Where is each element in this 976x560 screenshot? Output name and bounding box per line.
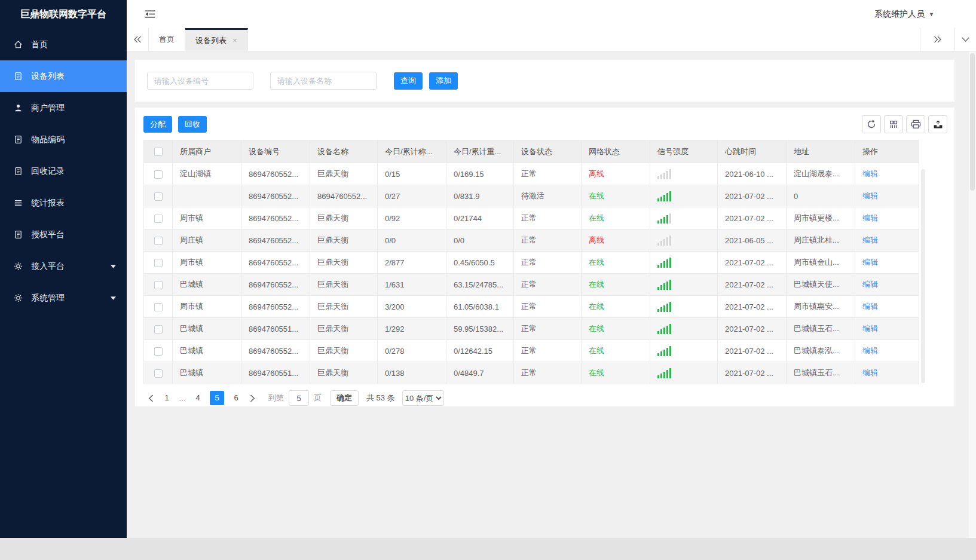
sidebar-item-system-mgmt[interactable]: 系统管理	[0, 282, 127, 314]
cell-device-status: 正常	[514, 207, 582, 229]
sidebar-item-label: 授权平台	[31, 229, 65, 240]
cell-device-status: 正常	[514, 362, 582, 384]
signal-bar	[660, 374, 662, 378]
signal-bar	[669, 235, 671, 246]
column-header: 心跳时间	[718, 140, 787, 163]
collapse-menu-icon[interactable]	[145, 10, 155, 19]
cell-address: 0	[787, 185, 855, 207]
row-checkbox[interactable]	[154, 281, 163, 289]
edit-link[interactable]: 编辑	[862, 368, 878, 377]
add-button[interactable]: 添加	[429, 72, 458, 90]
column-header: 信号强度	[650, 140, 718, 163]
cell-device-name: 巨鼎天衡	[310, 229, 378, 252]
signal-bar	[669, 213, 671, 224]
cell-device-no: 8694760551...	[241, 318, 310, 340]
device-name-input[interactable]	[270, 72, 377, 90]
confirm-page-button[interactable]: 确定	[330, 390, 359, 406]
sidebar-item-home[interactable]: 首页	[0, 29, 127, 60]
printer-button[interactable]	[906, 115, 925, 133]
page-number-6[interactable]: 6	[229, 391, 243, 405]
signal-bar	[663, 305, 665, 312]
table-vertical-scrollbar[interactable]	[921, 169, 925, 383]
row-select-cell	[144, 207, 173, 229]
cell-heartbeat: 2021-07-02 ...	[718, 362, 787, 384]
edit-link[interactable]: 编辑	[862, 346, 878, 355]
device-no-input[interactable]	[147, 72, 253, 90]
cell-merchant: 巴城镇	[173, 362, 241, 384]
cell-device-status: 正常	[514, 296, 582, 318]
cell-signal	[650, 296, 718, 318]
cell-device-status: 正常	[514, 229, 582, 252]
edit-link[interactable]: 编辑	[862, 169, 878, 178]
sidebar-nav: 首页设备列表商户管理物品编码回收记录统计报表授权平台接入平台系统管理	[0, 29, 127, 314]
sidebar-item-merchant-mgmt[interactable]: 商户管理	[0, 92, 127, 124]
user-menu[interactable]: 系统维护人员 ▼	[874, 0, 934, 28]
sidebar-item-recycle-records[interactable]: 回收记录	[0, 155, 127, 187]
table-row: 周庄镇8694760552...巨鼎天衡0/00/0正常离线2021-06-05…	[144, 229, 919, 252]
cell-signal	[650, 163, 718, 185]
tabs-menu-icon[interactable]	[954, 28, 976, 51]
sidebar-item-device-list[interactable]: 设备列表	[0, 60, 127, 92]
tabbar: 首页设备列表×	[127, 28, 976, 51]
search-panel: 查询 添加	[135, 60, 954, 102]
row-checkbox[interactable]	[154, 259, 163, 267]
prev-page-icon[interactable]	[144, 391, 157, 405]
page-number-4[interactable]: 4	[191, 391, 205, 405]
page-number-5[interactable]: 5	[210, 391, 224, 405]
tab-home[interactable]: 首页	[149, 28, 185, 51]
row-checkbox[interactable]	[154, 369, 163, 378]
home-icon	[13, 40, 23, 50]
column-header: 今日/累计重...	[446, 140, 514, 163]
edit-link[interactable]: 编辑	[862, 213, 878, 222]
cell-device-no: 8694760552...	[241, 296, 310, 318]
next-page-icon[interactable]	[246, 391, 259, 405]
edit-link[interactable]: 编辑	[862, 258, 878, 267]
refresh-button[interactable]	[862, 115, 881, 133]
signal-strength-icon	[657, 169, 710, 179]
cell-actions: 编辑	[855, 185, 919, 207]
row-select-cell	[144, 340, 173, 362]
cell-today-count: 0/0	[378, 229, 446, 252]
cell-address: 周市镇惠安...	[787, 296, 855, 318]
row-checkbox[interactable]	[154, 347, 163, 356]
close-icon[interactable]: ×	[232, 36, 237, 44]
edit-link[interactable]: 编辑	[862, 235, 878, 244]
cell-today-weight: 59.95/15382...	[446, 318, 514, 340]
export-button[interactable]	[928, 115, 947, 133]
cell-heartbeat: 2021-07-02 ...	[718, 185, 787, 207]
select-all-checkbox[interactable]	[154, 148, 163, 156]
scrollbar-thumb[interactable]	[970, 53, 975, 191]
cell-address: 周市镇更楼...	[787, 207, 855, 229]
cell-heartbeat: 2021-06-10 ...	[718, 163, 787, 185]
page-size-select[interactable]: 10 条/页	[402, 390, 444, 406]
sidebar-item-stats-report[interactable]: 统计报表	[0, 187, 127, 219]
column-settings-button[interactable]	[884, 115, 903, 133]
page-vertical-scrollbar[interactable]	[969, 51, 976, 538]
row-checkbox[interactable]	[154, 237, 163, 245]
sidebar-item-access-platform[interactable]: 接入平台	[0, 250, 127, 282]
assign-button[interactable]: 分配	[143, 116, 172, 133]
edit-link[interactable]: 编辑	[862, 280, 878, 289]
page-number-1[interactable]: 1	[160, 391, 174, 405]
row-checkbox[interactable]	[154, 170, 163, 179]
edit-link[interactable]: 编辑	[862, 324, 878, 333]
sidebar-item-item-code[interactable]: 物品编码	[0, 124, 127, 155]
edit-link[interactable]: 编辑	[862, 302, 878, 311]
tab-device-list[interactable]: 设备列表×	[185, 28, 248, 51]
row-checkbox[interactable]	[154, 303, 163, 311]
recycle-button[interactable]: 回收	[178, 116, 207, 133]
tabs: 首页设备列表×	[149, 28, 248, 51]
row-checkbox[interactable]	[154, 192, 163, 201]
tabs-scroll-left-icon[interactable]	[127, 28, 149, 51]
row-checkbox[interactable]	[154, 215, 163, 223]
page-horizontal-scrollbar[interactable]	[0, 538, 976, 560]
row-checkbox[interactable]	[154, 325, 163, 333]
goto-page-input[interactable]	[289, 390, 309, 406]
cell-heartbeat: 2021-07-02 ...	[718, 252, 787, 274]
query-button[interactable]: 查询	[394, 72, 423, 90]
column-header: 设备状态	[514, 140, 582, 163]
export-icon	[933, 120, 943, 129]
edit-link[interactable]: 编辑	[862, 191, 878, 200]
tabs-scroll-right-icon[interactable]	[920, 28, 954, 51]
sidebar-item-auth-platform[interactable]: 授权平台	[0, 219, 127, 250]
